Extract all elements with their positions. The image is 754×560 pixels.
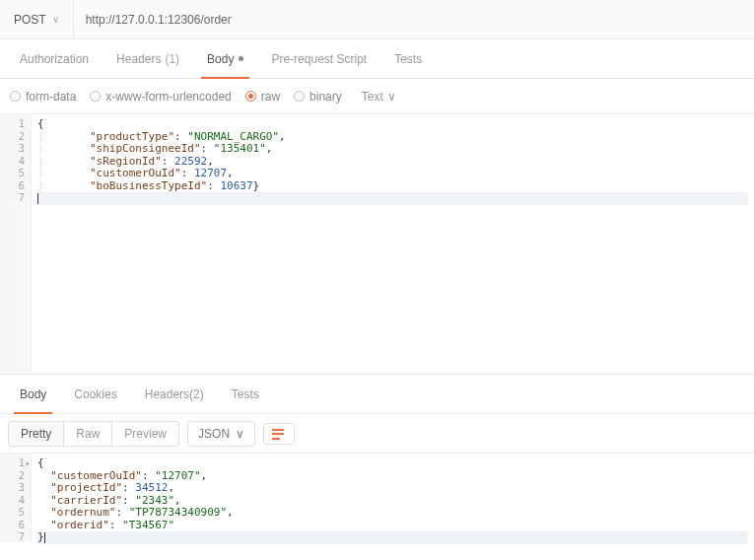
- radio-form-data[interactable]: form-data: [10, 90, 76, 104]
- view-pretty-label: Pretty: [21, 427, 51, 441]
- response-format-label: JSON: [198, 427, 230, 441]
- body-type-row: form-data x-www-form-urlencoded raw bina…: [0, 79, 754, 114]
- tab-authorization[interactable]: Authorization: [6, 39, 103, 78]
- raw-format-label: Text: [362, 90, 383, 104]
- tab-body[interactable]: Body: [193, 39, 257, 78]
- response-format-select[interactable]: JSON∨: [187, 421, 255, 447]
- view-preview[interactable]: Preview: [112, 422, 178, 446]
- resp-tab-tests[interactable]: Tests: [218, 375, 273, 413]
- resp-tab-body[interactable]: Body: [6, 375, 60, 413]
- view-raw-label: Raw: [76, 427, 100, 441]
- radio-binary-label: binary: [309, 90, 342, 104]
- response-gutter: 1▾234567: [0, 454, 32, 542]
- tab-headers-count: (1): [165, 52, 179, 66]
- tab-prerequest[interactable]: Pre-request Script: [257, 39, 380, 78]
- tab-prerequest-label: Pre-request Script: [271, 52, 367, 66]
- radio-icon: [245, 91, 256, 102]
- chevron-down-icon: ∨: [52, 14, 59, 25]
- chevron-down-icon: ∨: [236, 427, 244, 441]
- raw-format-select[interactable]: Text∨: [362, 90, 396, 104]
- response-controls: Pretty Raw Preview JSON∨: [0, 414, 754, 454]
- tab-tests[interactable]: Tests: [380, 39, 436, 78]
- unsaved-dot-icon: [239, 56, 243, 61]
- radio-raw-label: raw: [261, 90, 280, 104]
- resp-tab-cookies-label: Cookies: [74, 387, 116, 401]
- wrap-icon: [272, 428, 286, 440]
- radio-raw[interactable]: raw: [245, 90, 280, 104]
- resp-tab-tests-label: Tests: [232, 387, 259, 401]
- chevron-down-icon: ∨: [387, 90, 396, 104]
- radio-urlencoded-label: x-www-form-urlencoded: [105, 90, 231, 104]
- tab-body-label: Body: [207, 52, 234, 66]
- tab-authorization-label: Authorization: [20, 52, 89, 66]
- view-mode-group: Pretty Raw Preview: [8, 421, 179, 447]
- request-body-editor[interactable]: 1234567 {| "productType": "NORMAL_CARGO"…: [0, 114, 754, 375]
- tab-headers-label: Headers: [116, 52, 161, 66]
- tab-headers[interactable]: Headers(1): [103, 39, 193, 78]
- wrap-lines-button[interactable]: [263, 423, 295, 445]
- resp-tab-body-label: Body: [20, 387, 46, 401]
- radio-icon: [294, 91, 305, 102]
- resp-tab-headers-count: (2): [189, 387, 204, 401]
- request-gutter: 1234567: [0, 114, 32, 374]
- response-body-editor[interactable]: 1▾234567 { "customerOuId": "12707", "pro…: [0, 454, 754, 542]
- view-preview-label: Preview: [124, 427, 167, 441]
- resp-tab-headers-label: Headers: [145, 387, 189, 401]
- resp-tab-headers[interactable]: Headers(2): [131, 375, 218, 413]
- http-method-select[interactable]: POST ∨: [0, 0, 74, 38]
- radio-form-data-label: form-data: [26, 90, 76, 104]
- tab-tests-label: Tests: [394, 52, 422, 66]
- request-tabs: Authorization Headers(1) Body Pre-reques…: [0, 39, 754, 79]
- radio-icon: [90, 91, 101, 102]
- url-input[interactable]: [74, 0, 754, 38]
- resp-tab-cookies[interactable]: Cookies: [60, 375, 130, 413]
- radio-icon: [10, 91, 21, 102]
- radio-urlencoded[interactable]: x-www-form-urlencoded: [90, 90, 231, 104]
- request-code[interactable]: {| "productType": "NORMAL_CARGO",| "ship…: [32, 114, 754, 374]
- http-method-label: POST: [14, 13, 46, 27]
- response-tabs: Body Cookies Headers(2) Tests: [0, 375, 754, 414]
- view-pretty[interactable]: Pretty: [9, 422, 64, 446]
- response-code[interactable]: { "customerOuId": "12707", "projectId": …: [32, 454, 754, 542]
- view-raw[interactable]: Raw: [64, 422, 112, 446]
- fold-icon[interactable]: ▾: [25, 458, 30, 471]
- radio-binary[interactable]: binary: [294, 90, 342, 104]
